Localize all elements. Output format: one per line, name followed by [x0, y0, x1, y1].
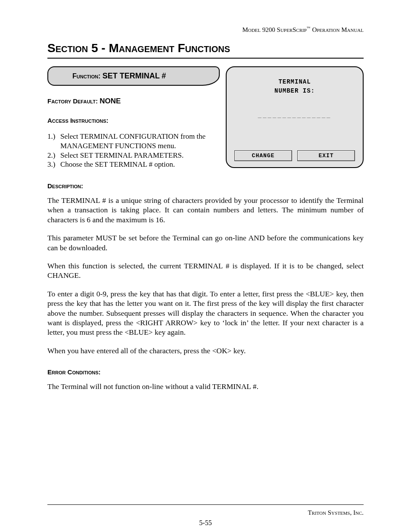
description-body: The TERMINAL # is a unique string of cha…: [47, 196, 364, 355]
header-product: SuperScrip: [277, 26, 307, 33]
paragraph: The TERMINAL # is a unique string of cha…: [47, 196, 364, 224]
section-title: Section 5 - Management Functions: [47, 41, 364, 55]
footer-rule: [47, 504, 364, 505]
exit-button[interactable]: EXIT: [297, 150, 355, 161]
step-row: 2.) Select SET TERMINAL PARAMETERS.: [47, 151, 221, 160]
paragraph: This parameter MUST be set before the Te…: [47, 233, 364, 252]
step-text: Select TERMINAL CONFIGURATION from the M…: [60, 132, 221, 151]
function-value: SET TERMINAL #: [103, 72, 166, 80]
step-row: 3.) Choose the SET TERMINAL # option.: [47, 160, 221, 169]
access-instructions-label: Access Instructions:: [47, 117, 221, 124]
running-header: Model 9200 SuperScrip™ Operation Manual: [47, 26, 364, 34]
title-rule: [47, 58, 364, 59]
screen-input-placeholder: _______________: [234, 112, 355, 119]
change-button[interactable]: CHANGE: [234, 150, 292, 161]
description-label: Description:: [47, 182, 364, 190]
step-num: 1.): [47, 132, 60, 151]
screen-line2: NUMBER IS:: [234, 87, 355, 96]
paragraph: When this function is selected, the curr…: [47, 261, 364, 280]
access-steps: 1.) Select TERMINAL CONFIGURATION from t…: [47, 132, 221, 169]
factory-default-label: Factory Default:: [47, 97, 100, 105]
error-body: The Terminal will not function on-line w…: [47, 382, 364, 391]
factory-default-value: NONE: [100, 97, 121, 105]
paragraph: The Terminal will not function on-line w…: [47, 382, 364, 391]
footer-page-number: 5-55: [47, 519, 364, 527]
step-row: 1.) Select TERMINAL CONFIGURATION from t…: [47, 132, 221, 151]
function-tab: Function: SET TERMINAL #: [47, 66, 220, 86]
step-text: Choose the SET TERMINAL # option.: [60, 160, 221, 169]
step-num: 3.): [47, 160, 60, 169]
step-text: Select SET TERMINAL PARAMETERS.: [60, 151, 221, 160]
function-label: Function:: [72, 72, 103, 80]
terminal-screen: TERMINAL NUMBER IS: _______________ CHAN…: [226, 66, 364, 168]
header-suffix: Operation Manual: [311, 26, 364, 33]
error-conditions-label: Error Conditions:: [47, 368, 364, 376]
step-num: 2.): [47, 151, 60, 160]
paragraph: To enter a digit 0-9, press the key that…: [47, 289, 364, 337]
factory-default: Factory Default: NONE: [47, 97, 221, 106]
header-model: Model 9200: [242, 26, 277, 33]
page-footer: Triton Systems, Inc. 5-55: [47, 504, 364, 516]
paragraph: When you have entered all of the charact…: [47, 346, 364, 355]
screen-line1: TERMINAL: [234, 78, 355, 87]
header-tm: ™: [307, 26, 311, 30]
footer-company: Triton Systems, Inc.: [308, 509, 364, 516]
